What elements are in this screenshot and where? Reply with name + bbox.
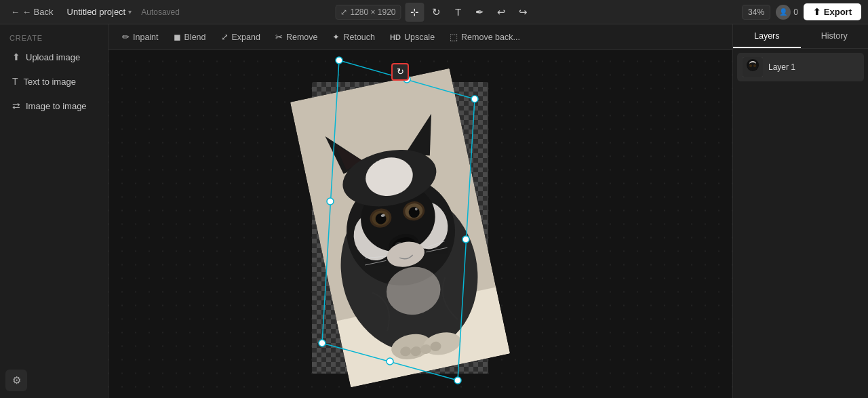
svg-point-39 [454, 377, 461, 384]
topbar-right: 34% 👤 0 ⬆ Export [742, 3, 861, 20]
export-label: Export [824, 7, 852, 17]
upscale-label: Upscale [404, 33, 435, 42]
layer-item[interactable]: Layer 1 [737, 53, 864, 81]
chevron-down-icon: ▾ [128, 8, 132, 16]
back-button[interactable]: ← ← Back [7, 5, 58, 19]
image-transform-icon: ⇄ [12, 100, 20, 111]
layer-name: Layer 1 [768, 62, 795, 72]
text-icon: T [12, 76, 18, 87]
image-container[interactable]: ↻ [298, 75, 502, 387]
remove-label: Remove [286, 33, 318, 42]
rotate-tool-button[interactable]: ↻ [427, 3, 446, 22]
pen-tool-button[interactable]: ✒ [471, 3, 490, 22]
gear-icon: ⚙ [12, 374, 21, 386]
text-tool-button[interactable]: T [449, 3, 468, 22]
back-label: ← Back [22, 7, 54, 17]
resize-icon: ⤢ [340, 7, 347, 17]
blend-tool[interactable]: ◼ Blend [167, 28, 213, 45]
undo-icon: ↩ [497, 6, 506, 18]
history-tab-label: History [821, 31, 848, 41]
upload-image-label: Upload image [26, 52, 80, 62]
rotate-icon: ↻ [432, 6, 441, 18]
tab-history[interactable]: History [801, 24, 869, 48]
upload-image-button[interactable]: ⬆ Upload image [5, 46, 102, 68]
remove-bg-label: Remove back... [461, 33, 520, 42]
canvas-toolbar: ✏ Inpaint ◼ Blend ⤢ Expand ✂ Remove ✦ Re… [108, 24, 732, 50]
rotate-handle[interactable]: ↻ [391, 63, 409, 81]
upscale-tool[interactable]: HD Upscale [383, 29, 441, 45]
sidebar-top: Create ⬆ Upload image T Text to image ⇄ … [0, 24, 108, 126]
canvas-area: ✏ Inpaint ◼ Blend ⤢ Expand ✂ Remove ✦ Re… [108, 24, 732, 398]
layer-thumbnail-svg [743, 57, 763, 77]
user-count: 0 [793, 7, 798, 17]
autosaved-status: Autosaved [141, 7, 180, 17]
redo-button[interactable]: ↪ [514, 3, 533, 22]
cursor-icon: ⊹ [410, 6, 419, 18]
user-icon: 👤 [779, 8, 787, 16]
svg-point-49 [748, 62, 757, 71]
layers-tab-label: Layers [754, 31, 780, 41]
export-button[interactable]: ⬆ Export [804, 3, 861, 20]
dimensions-display[interactable]: ⤢ 1280 × 1920 [335, 5, 401, 20]
expand-tool[interactable]: ⤢ Expand [214, 28, 267, 45]
inpaint-label: Inpaint [133, 33, 159, 42]
dimensions-value: 1280 × 1920 [350, 7, 395, 17]
left-sidebar: Create ⬆ Upload image T Text to image ⇄ … [0, 24, 108, 398]
redo-icon: ↪ [519, 6, 528, 18]
topbar: ← ← Back Untitled project ▾ Autosaved ⤢ … [0, 0, 868, 24]
upload-icon: ⬆ [12, 52, 20, 62]
sidebar-bottom: ⚙ [0, 363, 108, 398]
retouch-tool[interactable]: ✦ Retouch [326, 28, 382, 45]
image-to-image-label: Image to image [26, 101, 87, 111]
blend-label: Blend [184, 33, 206, 42]
pen-icon: ✒ [475, 6, 484, 18]
tab-layers[interactable]: Layers [733, 24, 801, 48]
image-to-image-button[interactable]: ⇄ Image to image [5, 95, 102, 117]
remove-tool[interactable]: ✂ Remove [269, 28, 325, 45]
export-icon: ⬆ [813, 7, 821, 17]
svg-point-37 [336, 57, 342, 64]
inpaint-icon: ✏ [122, 32, 130, 42]
project-name[interactable]: Untitled project ▾ [63, 5, 136, 19]
layers-content: Layer 1 [733, 49, 868, 85]
expand-label: Expand [232, 33, 260, 42]
upscale-icon: HD [390, 33, 401, 41]
remove-icon: ✂ [275, 32, 283, 42]
expand-icon: ⤢ [221, 32, 229, 42]
undo-button[interactable]: ↩ [492, 3, 511, 22]
rotate-arrow-icon: ↻ [397, 66, 404, 77]
sidebar-section-label: Create [5, 31, 102, 46]
topbar-center: ⤢ 1280 × 1920 ⊹ ↻ T ✒ ↩ ↪ [335, 3, 532, 22]
text-to-image-label: Text to image [24, 77, 76, 87]
topbar-left: ← ← Back Untitled project ▾ Autosaved [7, 5, 180, 19]
remove-bg-icon: ⬚ [450, 32, 458, 42]
svg-point-51 [753, 64, 756, 67]
inpaint-tool[interactable]: ✏ Inpaint [115, 28, 165, 45]
back-arrow-icon: ← [11, 7, 20, 17]
retouch-label: Retouch [343, 33, 375, 42]
zoom-display[interactable]: 34% [742, 5, 770, 20]
text-to-image-button[interactable]: T Text to image [5, 71, 102, 92]
panel-tabs: Layers History [733, 24, 868, 49]
main-area: Create ⬆ Upload image T Text to image ⇄ … [0, 24, 868, 398]
right-panel: Layers History [732, 24, 868, 398]
select-tool-button[interactable]: ⊹ [406, 3, 425, 22]
retouch-icon: ✦ [332, 32, 340, 42]
user-badge: 👤 0 [776, 5, 798, 20]
text-icon: T [455, 6, 461, 18]
image-wrapper[interactable]: ↻ [298, 75, 502, 387]
canvas-content[interactable]: ↻ [108, 50, 732, 398]
user-avatar: 👤 [776, 5, 791, 20]
settings-button[interactable]: ⚙ [5, 370, 27, 391]
topbar-tools: ⊹ ↻ T ✒ ↩ ↪ [406, 3, 533, 22]
remove-bg-tool[interactable]: ⬚ Remove back... [443, 28, 527, 45]
layer-thumbnail [743, 57, 763, 77]
blend-icon: ◼ [174, 32, 181, 42]
project-title: Untitled project [67, 7, 126, 17]
svg-point-50 [749, 64, 752, 67]
